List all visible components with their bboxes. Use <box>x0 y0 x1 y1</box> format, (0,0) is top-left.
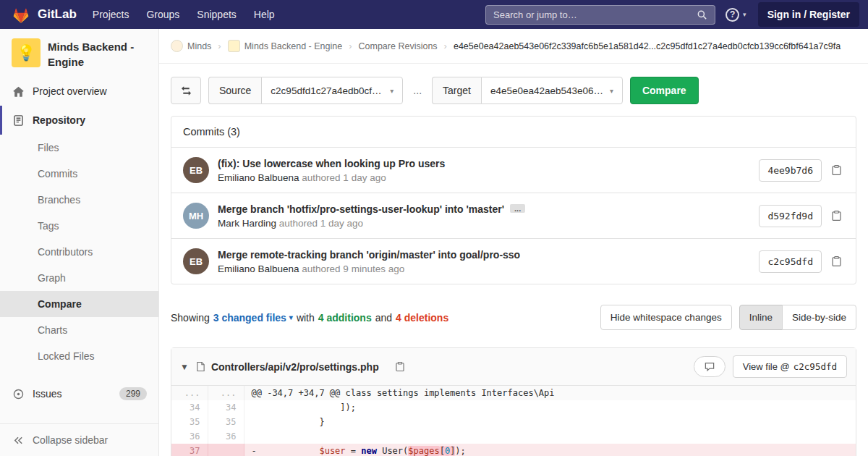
collapse-sidebar-button[interactable]: Collapse sidebar <box>0 423 158 456</box>
breadcrumb-project-link[interactable]: Minds Backend - Engine <box>244 41 343 51</box>
search-box[interactable] <box>485 5 715 25</box>
code-token: $pages <box>408 446 439 456</box>
sidebar-project-header[interactable]: 💡 Minds Backend - Engine <box>0 29 158 77</box>
sidebar-item-issues[interactable]: Issues 299 <box>0 379 158 408</box>
new-line-number[interactable]: 36 <box>208 429 244 444</box>
diff-line-content <box>244 429 856 444</box>
commit-title-link[interactable]: Merge branch 'hotfix/pro-settings-user-l… <box>218 203 504 215</box>
commit-title-link[interactable]: (fix): Use lowercase when looking up Pro… <box>218 158 445 169</box>
copy-commit-sha-button[interactable] <box>829 208 844 224</box>
view-mode-toggle: Inline Side-by-side <box>739 305 856 330</box>
new-line-number[interactable]: ... <box>208 386 244 400</box>
new-line-number[interactable]: 35 <box>208 415 244 429</box>
breadcrumb: Minds › Minds Backend - Engine › Compare… <box>159 29 868 64</box>
commit-sha-link[interactable]: 4ee9b7d6 <box>759 159 822 182</box>
diff-line-del: 37- $user = new User($pages[0]); <box>171 444 856 456</box>
code-token: } <box>257 417 325 427</box>
sidebar-item-compare[interactable]: Compare <box>0 291 158 317</box>
diff-summary: Showing 3 changed files ▾ with 4 additio… <box>171 305 856 330</box>
new-line-number[interactable]: 34 <box>208 400 244 415</box>
swap-revisions-button[interactable] <box>171 77 201 104</box>
nav-link-projects[interactable]: Projects <box>84 0 138 29</box>
old-line-number[interactable]: 37 <box>171 444 208 456</box>
code-token: [ <box>440 446 445 456</box>
nav-link-groups[interactable]: Groups <box>137 0 188 29</box>
old-line-number[interactable]: 36 <box>171 429 208 444</box>
sidebar-item-locked-files[interactable]: Locked Files <box>0 343 158 369</box>
new-line-number[interactable] <box>208 444 244 456</box>
old-line-number[interactable]: 34 <box>171 400 208 415</box>
breadcrumb-section-link[interactable]: Compare Revisions <box>359 41 438 51</box>
inline-view-button[interactable]: Inline <box>739 305 783 330</box>
commit-meta: Emiliano Balbuena authored 9 minutes ago <box>218 263 747 274</box>
copy-file-path-button[interactable] <box>393 359 407 374</box>
nav-link-help[interactable]: Help <box>245 0 284 29</box>
diff-stats: Showing 3 changed files ▾ with 4 additio… <box>171 312 448 324</box>
avatar[interactable]: MH <box>183 203 209 229</box>
deletions-count: 4 deletions <box>396 312 448 324</box>
sidebar-item-repository[interactable]: Repository <box>0 106 158 135</box>
issues-count-badge: 299 <box>119 387 147 400</box>
project-title: Minds Backend - Engine <box>48 38 147 69</box>
gitlab-logo-icon <box>12 6 30 24</box>
view-file-button[interactable]: View file @ c2c95dfd <box>733 355 847 378</box>
copy-icon <box>831 164 842 176</box>
collapse-sidebar-label: Collapse sidebar <box>33 434 108 446</box>
nav-link-snippets[interactable]: Snippets <box>188 0 244 29</box>
sign-in-button[interactable]: Sign in / Register <box>758 2 859 27</box>
commit-meta: Mark Harding authored 1 day ago <box>218 218 747 229</box>
sidebar-item-files[interactable]: Files <box>0 135 158 161</box>
old-line-number[interactable]: ... <box>171 386 208 400</box>
commit-sha-link[interactable]: d592fd9d <box>759 205 822 227</box>
sidebar-item-label: Project overview <box>33 85 107 97</box>
changed-files-dropdown[interactable]: 3 changed files ▾ <box>213 312 293 324</box>
commit-author-link[interactable]: Emiliano Balbuena <box>218 172 299 183</box>
commit-actions: 4ee9b7d6 <box>759 159 844 182</box>
search-input[interactable] <box>493 9 691 20</box>
compare-button[interactable]: Compare <box>630 77 699 104</box>
commit-sha-link[interactable]: c2c95dfd <box>759 250 822 273</box>
collapse-icon <box>12 434 25 447</box>
commit-row: EBMerge remote-tracking branch 'origin/m… <box>171 239 856 284</box>
source-branch-dropdown[interactable]: c2c95dfd1c27a4edb0cf… ▾ <box>261 77 403 104</box>
old-line-number[interactable]: 35 <box>171 415 208 429</box>
help-menu[interactable]: ? ▾ <box>726 8 746 22</box>
group-avatar <box>171 40 183 52</box>
sidebar-item-commits[interactable]: Commits <box>0 161 158 187</box>
diff-line-sign <box>252 417 257 427</box>
diff-line-content: } <box>244 415 856 429</box>
sidebar-item-charts[interactable]: Charts <box>0 317 158 343</box>
diff-line-sign <box>252 402 257 413</box>
diff-line-content: ]); <box>244 400 856 415</box>
copy-commit-sha-button[interactable] <box>829 253 844 269</box>
target-branch-dropdown[interactable]: e4e5e0ea42aeb543e06f… ▾ <box>481 77 623 104</box>
sidebar-item-contributors[interactable]: Contributors <box>0 239 158 265</box>
copy-commit-sha-button[interactable] <box>829 162 844 178</box>
comment-icon <box>704 361 715 372</box>
avatar[interactable]: EB <box>183 248 209 274</box>
breadcrumb-group-link[interactable]: Minds <box>187 41 211 51</box>
diff-file-card: ▼ Controllers/api/v2/pro/settings.php Vi… <box>171 347 856 456</box>
sidebar-item-branches[interactable]: Branches <box>0 187 158 213</box>
sidebar-item-project-overview[interactable]: Project overview <box>0 77 158 106</box>
commit-author-link[interactable]: Mark Harding <box>218 218 276 229</box>
commit-title-link[interactable]: Merge remote-tracking branch 'origin/mas… <box>218 249 520 261</box>
gitlab-home-link[interactable]: GitLab <box>12 6 77 24</box>
commit-author-link[interactable]: Emiliano Balbuena <box>218 263 299 274</box>
navbar-links: ProjectsGroupsSnippetsHelp <box>84 0 284 29</box>
sidebar-item-tags[interactable]: Tags <box>0 213 158 239</box>
commits-header: Commits (3) <box>171 117 856 148</box>
sidebar-item-graph[interactable]: Graph <box>0 265 158 291</box>
hide-whitespace-button[interactable]: Hide whitespace changes <box>600 305 732 330</box>
sidebar-nav: Project overview Repository FilesCommits… <box>0 77 158 408</box>
toggle-comments-button[interactable] <box>694 356 726 377</box>
breadcrumb-current-revisions: e4e5e0ea42aeb543e06f2c339afc6b5e1a581d42… <box>454 41 841 51</box>
repository-icon <box>12 114 25 127</box>
avatar[interactable]: EB <box>183 157 209 183</box>
collapse-diff-icon[interactable]: ▼ <box>180 362 189 372</box>
chevron-down-icon: ▾ <box>390 87 393 95</box>
file-path-link[interactable]: Controllers/api/v2/pro/settings.php <box>211 361 379 373</box>
file-icon <box>196 361 205 372</box>
side-by-side-view-button[interactable]: Side-by-side <box>782 305 856 330</box>
commit-description-expander[interactable]: ... <box>510 204 525 213</box>
